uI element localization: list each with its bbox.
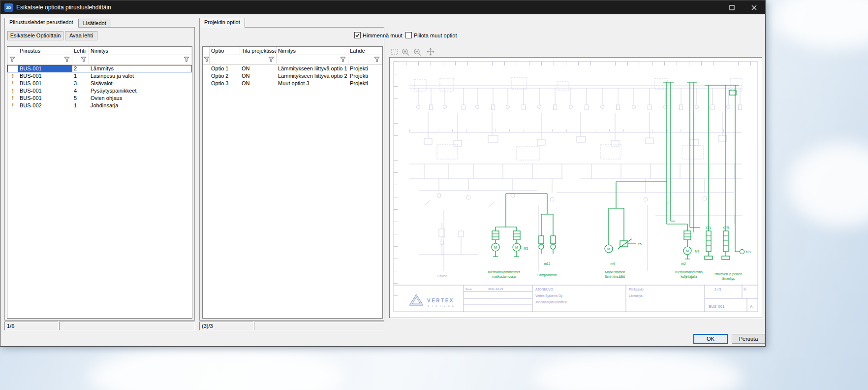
titleblock-dept: Johdinsarjasuunnittelu	[535, 300, 567, 304]
hide-other-options-checkbox[interactable]: Piilota muut optiot	[404, 32, 458, 38]
title-bar: 2D Esikatsele optioita piirustuslehdittä…	[0, 0, 765, 14]
column-header-optio[interactable]: Optio	[210, 47, 240, 55]
table-row[interactable]: ! BUS-001 4 Pysäytyspainikkeet	[7, 87, 192, 95]
cell-tila: ON	[240, 72, 277, 80]
sheets-rows: BUS-001 2 Lämmitys ! BUS-001 1 Lasinpesu…	[7, 65, 192, 318]
label-xtr: XTR	[723, 226, 729, 229]
dialog-window: 2D Esikatsele optioita piirustuslehdittä…	[0, 0, 766, 347]
column-header-marker[interactable]	[203, 47, 210, 55]
drawing-preview[interactable]: M M M M M5 m12 m9 Y5 M7 m2 XTL XTR XPL K…	[389, 57, 762, 318]
motor-symbol: M	[494, 246, 497, 249]
open-sheet-button[interactable]: Avaa lehti	[65, 31, 97, 40]
options-rows: Optio 1 ON Lämmitykseen liittyvä optio 1…	[203, 65, 382, 318]
caption: lämmitys	[722, 277, 735, 281]
cell-nimitys: Lämmitys	[89, 65, 192, 72]
desktop-cloud	[531, 351, 743, 390]
cell-lehti: 5	[72, 95, 89, 102]
logo-subtext: S Y S T E M S	[428, 305, 455, 307]
cell-lehti: 1	[72, 72, 89, 80]
filter-icon[interactable]	[64, 57, 70, 62]
column-header-nimitys[interactable]: Nimitys	[89, 47, 192, 55]
table-row[interactable]: Optio 1 ON Lämmitykseen liittyvä optio 1…	[203, 65, 382, 72]
zoom-window-icon[interactable]	[391, 50, 398, 55]
filter-icon[interactable]	[374, 57, 380, 62]
tab-lisatiedot[interactable]: Lisätiedot	[78, 19, 111, 28]
filter-icon[interactable]	[340, 57, 346, 62]
sheets-status-spacer	[59, 322, 195, 330]
zoom-in-icon[interactable]	[403, 49, 409, 56]
table-row[interactable]: Optio 2 ON Lämmitykseen liittyvä optio 2…	[203, 72, 382, 80]
title-block: VERTEX S Y S T E M S Suun 2021-10-29 AJO…	[394, 285, 758, 312]
window-title: Esikatsele optioita piirustuslehdittäin	[16, 4, 111, 11]
preview-by-options-button[interactable]: Esikatsele Optioittain	[7, 31, 63, 40]
cell-nimitys: Lämmitykseen liittyvä optio 1	[277, 65, 348, 72]
label-m12: m12	[544, 262, 551, 265]
table-row[interactable]: ! BUS-001 5 Ovien ohjaus	[7, 95, 192, 102]
label-m9: m9	[610, 262, 615, 265]
label-xtl: XTL	[706, 226, 712, 229]
table-row[interactable]: ! BUS-001 3 Sisävalot	[7, 80, 192, 87]
sheets-status: 1/6	[4, 322, 59, 330]
caption: Kiertoilmalämmitin	[675, 270, 703, 274]
titleblock-date-label: Suun	[465, 288, 472, 291]
column-header-tila[interactable]: Tila projektissa	[240, 47, 277, 55]
titleblock-project: AJONEUVO	[535, 288, 553, 291]
circuit-active	[492, 82, 744, 260]
filter-icon[interactable]	[81, 57, 87, 62]
pan-icon[interactable]	[427, 48, 434, 56]
logo-text: VERTEX	[427, 298, 454, 303]
check-icon	[355, 32, 360, 38]
table-row[interactable]: BUS-001 2 Lämmitys	[7, 65, 192, 72]
group-captions: Kiertoilmalämmittimet matkustamossa Lämp…	[488, 270, 743, 281]
schematic-preview: M M M M M5 m12 m9 Y5 M7 m2 XTL XTR XPL K…	[390, 58, 762, 318]
filter-icon[interactable]	[268, 57, 274, 62]
tab-projektin-optiot[interactable]: Projektin optiot	[199, 18, 245, 28]
circuit-dimmed	[409, 77, 742, 271]
cell-lehti: 4	[72, 87, 89, 95]
cell-nimitys: Lämmitykseen liittyvä optio 2	[277, 72, 348, 80]
column-header-lahde[interactable]: Lähde	[348, 47, 382, 55]
checkbox-unchecked	[405, 32, 412, 38]
desktop-cloud	[773, 0, 868, 49]
column-header-marker[interactable]	[7, 47, 18, 55]
motor-symbol: M	[515, 246, 518, 249]
titleblock-doc-title: Lämmitys	[629, 294, 643, 298]
column-header-piirustus[interactable]: Piirustus	[18, 47, 72, 55]
cell-nimitys: Muut optiot 3	[277, 80, 348, 87]
sheets-table: Piirustus Lehti Nimitys BUS-001 2 Lämmit…	[7, 46, 192, 319]
table-row[interactable]: ! BUS-001 1 Lasinpesu ja valot	[7, 72, 192, 80]
column-header-lehti[interactable]: Lehti	[72, 47, 89, 55]
table-row[interactable]: ! BUS-002 1 Johdinsarja	[7, 102, 192, 109]
motor-symbol: M	[686, 249, 689, 253]
ok-button[interactable]: OK	[693, 334, 728, 344]
titleblock-rev: A	[750, 304, 753, 309]
label-y5: Y5	[638, 242, 642, 246]
cancel-button[interactable]: Peruuta	[732, 334, 765, 344]
caption: Istuimien ja peilien	[714, 272, 742, 276]
close-button[interactable]	[743, 0, 765, 14]
options-table-header: Optio Tila projektissa Nimitys Lähde	[203, 47, 382, 55]
titleblock-company: Vertex Systems Oy	[535, 294, 563, 298]
caption: Matkustamon	[605, 270, 625, 274]
cell-lahde: Projekti	[348, 65, 382, 72]
table-row[interactable]: Optio 3 ON Muut optiot 3 Projekti	[203, 80, 382, 87]
label-m5: M5	[524, 247, 528, 250]
zoom-out-icon[interactable]	[414, 49, 421, 56]
column-header-nimitys[interactable]: Nimitys	[277, 47, 348, 55]
cell-lahde: Projekti	[348, 72, 382, 80]
filter-icon[interactable]	[9, 57, 15, 62]
tab-piirustuslehdet-perustiedot[interactable]: Piirustuslehdet perustiedot	[4, 18, 78, 28]
filter-icon[interactable]	[204, 57, 210, 62]
cell-tila: ON	[240, 65, 277, 72]
desktop-cloud	[787, 143, 868, 227]
row-marker: !	[7, 80, 18, 87]
dim-others-checkbox[interactable]: Himmennä muut	[353, 32, 404, 38]
filter-icon[interactable]	[184, 57, 189, 62]
cell-nimitys: Sisävalot	[89, 80, 192, 87]
cell-optio: Optio 2	[210, 72, 240, 80]
close-icon	[751, 5, 757, 10]
caption: Lämpömittari	[537, 273, 557, 277]
titleblock-sheet: 2 / 5	[714, 288, 721, 291]
maximize-button[interactable]	[721, 0, 743, 14]
row-marker: !	[7, 87, 18, 95]
